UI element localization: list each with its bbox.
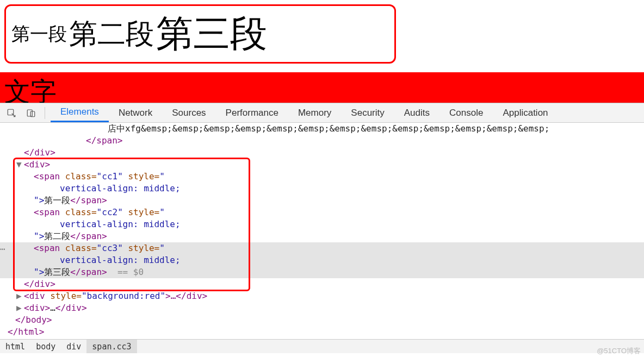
preview-segment-2: 第二段 bbox=[69, 15, 154, 53]
devtools-tabs: Elements Network Sources Performance Mem… bbox=[51, 103, 558, 122]
dom-span-close[interactable]: ">第一段</span> bbox=[0, 195, 644, 206]
dom-style-body[interactable]: vertical-align: middle; bbox=[0, 183, 644, 195]
dom-breadcrumb: html body div span.cc3 bbox=[0, 339, 644, 353]
dom-style-body[interactable]: vertical-align: middle; bbox=[0, 218, 644, 230]
dom-open-div[interactable]: ▼<div> bbox=[0, 159, 644, 171]
inspect-element-icon[interactable] bbox=[3, 105, 20, 121]
tab-memory[interactable]: Memory bbox=[288, 103, 341, 122]
dom-selected-node[interactable]: <span class="cc3" style=" vertical-align… bbox=[0, 242, 644, 278]
red-band: 文字 bbox=[0, 72, 644, 103]
watermark: @51CTO博客 bbox=[597, 346, 641, 353]
dom-line[interactable]: </body> bbox=[0, 314, 644, 326]
tab-security[interactable]: Security bbox=[341, 103, 394, 122]
devtools-toolbar: Elements Network Sources Performance Mem… bbox=[0, 103, 644, 123]
svg-rect-1 bbox=[27, 110, 32, 116]
crumb-html[interactable]: html bbox=[0, 340, 30, 353]
tab-performance[interactable]: Performance bbox=[216, 103, 288, 122]
crumb-div[interactable]: div bbox=[61, 340, 86, 353]
dom-collapsed-div[interactable]: ▶<div>…</div> bbox=[0, 302, 644, 314]
tab-console[interactable]: Console bbox=[439, 103, 493, 122]
red-band-text: 文字 bbox=[4, 77, 57, 103]
dom-span-open[interactable]: <span class="cc1" style=" bbox=[0, 171, 644, 183]
crumb-body[interactable]: body bbox=[30, 340, 61, 353]
dom-tree-panel[interactable]: 店中xfg&emsp;&emsp;&emsp;&emsp;&emsp;&emsp… bbox=[0, 123, 644, 339]
crumb-span-cc3[interactable]: span.cc3 bbox=[86, 340, 137, 353]
dom-overflow-text: 店中xfg&emsp;&emsp;&emsp;&emsp;&emsp;&emsp… bbox=[0, 123, 644, 135]
tab-sources[interactable]: Sources bbox=[162, 103, 215, 122]
dom-span-open[interactable]: <span class="cc2" style=" bbox=[0, 206, 644, 218]
toolbar-separator bbox=[45, 107, 45, 119]
svg-rect-2 bbox=[30, 111, 35, 117]
disclosure-arrow-icon[interactable]: ▼ bbox=[16, 159, 24, 171]
tab-audits[interactable]: Audits bbox=[394, 103, 439, 122]
disclosure-arrow-icon[interactable]: ▶ bbox=[16, 302, 24, 314]
preview-segment-1: 第一段 bbox=[11, 22, 67, 47]
gutter-ellipsis: … bbox=[0, 241, 5, 253]
dom-line[interactable]: </div> bbox=[0, 147, 644, 159]
devtools: Elements Network Sources Performance Mem… bbox=[0, 103, 644, 353]
dom-close-div[interactable]: </div> bbox=[0, 278, 644, 290]
dom-line[interactable]: </span> bbox=[0, 135, 644, 147]
page-preview: 第一段 第二段 第三段 bbox=[4, 4, 396, 64]
disclosure-arrow-icon[interactable]: ▶ bbox=[16, 290, 24, 302]
dom-line[interactable]: </html> bbox=[0, 326, 644, 338]
dom-collapsed-div[interactable]: ▶<div style="background:red">…</div> bbox=[0, 290, 644, 302]
tab-elements[interactable]: Elements bbox=[51, 103, 109, 122]
tab-network[interactable]: Network bbox=[109, 103, 162, 122]
dom-span-close[interactable]: ">第二段</span> bbox=[0, 230, 644, 242]
preview-segment-3: 第三段 bbox=[156, 9, 267, 59]
tab-application[interactable]: Application bbox=[493, 103, 558, 122]
toggle-device-toolbar-icon[interactable] bbox=[23, 105, 39, 121]
